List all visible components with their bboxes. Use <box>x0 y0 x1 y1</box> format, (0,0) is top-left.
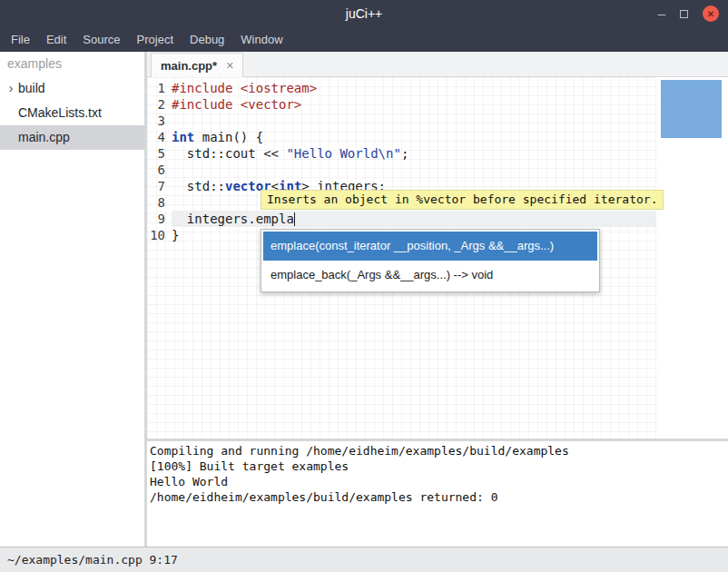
tree-item-build[interactable]: › build <box>0 76 144 101</box>
menu-item-source[interactable]: Source <box>74 27 128 52</box>
code-text: std::cout << "Hello World\n"; <box>172 145 656 162</box>
tree-item-label: CMakeLists.txt <box>0 101 102 125</box>
line-number: 7 <box>147 178 172 194</box>
source-map-slider[interactable] <box>661 80 722 138</box>
minimize-button[interactable]: – <box>658 0 665 27</box>
tab-main-cpp[interactable]: main.cpp* × <box>151 53 243 77</box>
tree-item-label: build <box>18 76 45 101</box>
completion-item-emplace-back[interactable]: emplace_back(_Args &&__args...) --> void <box>263 261 597 290</box>
hover-tooltip: Inserts an object in %vector before spec… <box>261 190 664 210</box>
menu-item-window[interactable]: Window <box>232 27 290 52</box>
terminal-line: /home/eidheim/examples/build/examples re… <box>150 489 728 505</box>
completion-item-emplace[interactable]: emplace(const_iterator __position, _Args… <box>263 232 597 261</box>
statusbar: ~/examples/main.cpp 9:17 <box>0 547 728 572</box>
code-text: #include <iostream> <box>172 80 656 96</box>
tree-item-cmakelists[interactable]: CMakeLists.txt <box>0 101 144 125</box>
app-window: { "colors": { "titlebar_bg": "#383c4a", … <box>0 0 728 572</box>
code-lines: 1#include <iostream>2#include <vector>34… <box>147 80 656 243</box>
completion-popup: emplace(const_iterator __position, _Args… <box>261 229 600 292</box>
source-map[interactable] <box>656 77 728 439</box>
maximize-button[interactable] <box>680 10 688 18</box>
code-text: integers.empla <box>172 211 656 227</box>
terminal-output[interactable]: Compiling and running /home/eidheim/exam… <box>147 441 728 547</box>
chevron-right-icon[interactable]: › <box>4 76 18 101</box>
tab-label: main.cpp* <box>161 59 217 73</box>
line-number: 1 <box>147 80 172 96</box>
code-text: int main() { <box>172 129 656 145</box>
window-controls: – ✕ <box>658 0 719 27</box>
line-number: 9 <box>147 211 172 227</box>
terminal-line: [100%] Built target examples <box>150 459 728 474</box>
titlebar: juCi++ – ✕ <box>0 0 728 27</box>
file-tree-panel: examples › build CMakeLists.txt main.cpp <box>0 52 144 547</box>
line-number: 5 <box>147 145 172 162</box>
text-cursor <box>294 212 295 226</box>
code-line-3[interactable]: 3 <box>147 113 656 129</box>
line-number: 4 <box>147 129 172 145</box>
terminal-line: Compiling and running /home/eidheim/exam… <box>150 443 728 459</box>
code-editor[interactable]: 1#include <iostream>2#include <vector>34… <box>147 77 728 439</box>
code-text <box>172 113 656 129</box>
line-number: 6 <box>147 162 172 178</box>
code-line-4[interactable]: 4int main() { <box>147 129 656 145</box>
close-button[interactable]: ✕ <box>703 5 719 22</box>
code-text <box>172 162 656 178</box>
menu-item-edit[interactable]: Edit <box>38 27 74 52</box>
menubar: File Edit Source Project Debug Window <box>0 27 728 52</box>
project-name-label: examples <box>0 52 144 76</box>
tree-item-main-cpp[interactable]: main.cpp <box>0 125 144 150</box>
tab-close-button[interactable]: × <box>226 58 233 73</box>
code-line-9[interactable]: 9 integers.empla <box>147 211 656 227</box>
line-number: 8 <box>147 194 172 211</box>
code-line-1[interactable]: 1#include <iostream> <box>147 80 656 96</box>
menu-item-project[interactable]: Project <box>129 27 182 52</box>
code-line-2[interactable]: 2#include <vector> <box>147 96 656 113</box>
terminal-line: Hello World <box>150 474 728 489</box>
code-line-5[interactable]: 5 std::cout << "Hello World\n"; <box>147 145 656 162</box>
menu-item-debug[interactable]: Debug <box>182 27 232 52</box>
tree-item-label: main.cpp <box>0 125 70 150</box>
window-title: juCi++ <box>0 0 728 27</box>
status-file-position: ~/examples/main.cpp 9:17 <box>7 553 178 567</box>
menu-item-file[interactable]: File <box>3 27 38 52</box>
tabbar: main.cpp* × <box>147 52 728 77</box>
code-text: #include <vector> <box>172 96 656 113</box>
line-number: 10 <box>147 227 172 243</box>
line-number: 3 <box>147 113 172 129</box>
line-number: 2 <box>147 96 172 113</box>
code-line-6[interactable]: 6 <box>147 162 656 178</box>
